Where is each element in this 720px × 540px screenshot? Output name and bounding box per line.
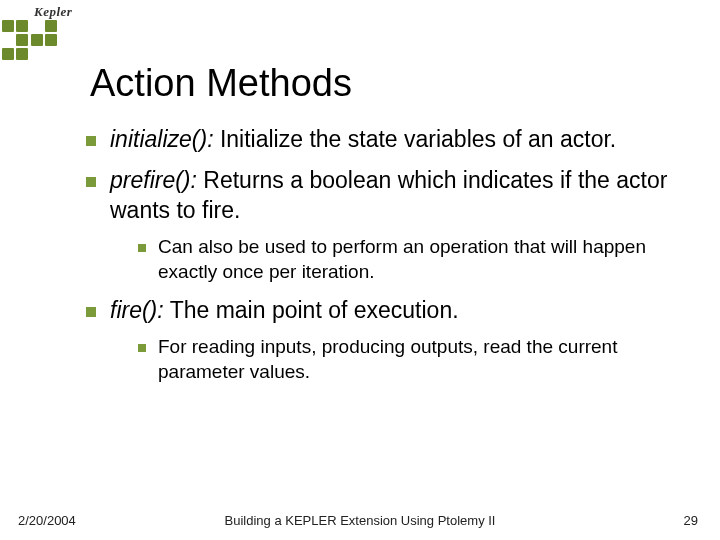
logo-text: Kepler <box>34 4 72 20</box>
method-name: initialize(): <box>110 126 214 152</box>
bullet-initialize: initialize(): Initialize the state varia… <box>80 125 680 154</box>
bullet-fire: fire(): The main point of execution. For… <box>80 296 680 384</box>
sub-bullet: For reading inputs, producing outputs, r… <box>134 335 680 384</box>
footer-title: Building a KEPLER Extension Using Ptolem… <box>0 513 720 528</box>
slide-body: initialize(): Initialize the state varia… <box>80 125 680 384</box>
method-name: prefire(): <box>110 167 197 193</box>
bullet-text: The main point of execution. <box>164 297 459 323</box>
logo-blocks <box>2 20 72 62</box>
slide-title: Action Methods <box>90 62 720 105</box>
sub-bullet: Can also be used to perform an operation… <box>134 235 680 284</box>
method-name: fire(): <box>110 297 164 323</box>
bullet-text: Initialize the state variables of an act… <box>214 126 617 152</box>
footer-page-number: 29 <box>684 513 698 528</box>
kepler-logo: Kepler <box>2 4 72 62</box>
bullet-prefire: prefire(): Returns a boolean which indic… <box>80 166 680 284</box>
